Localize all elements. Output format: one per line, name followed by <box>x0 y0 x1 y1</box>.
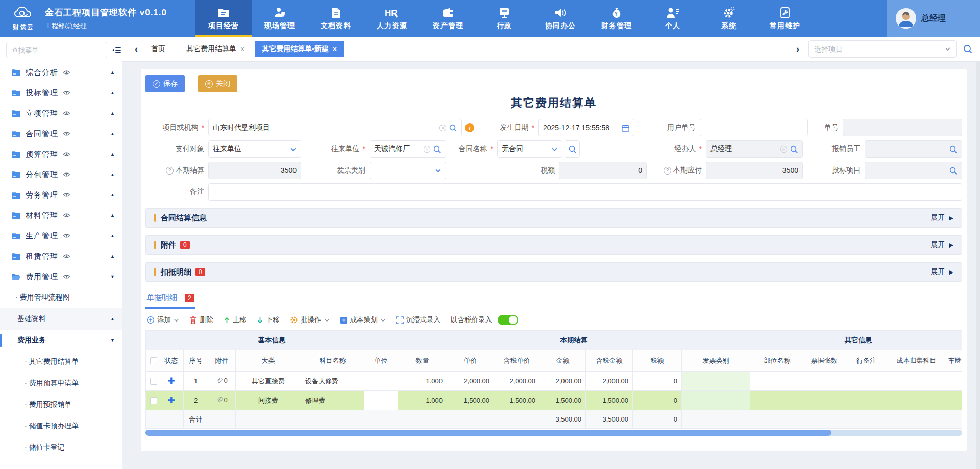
bid-project-input[interactable] <box>869 166 947 175</box>
eye-icon[interactable] <box>63 233 70 239</box>
sidebar-item-material[interactable]: 材料管理▲ <box>0 205 122 226</box>
move-up-button[interactable]: 上移 <box>224 315 247 325</box>
tab-other-expense-new[interactable]: 其它费用结算单-新建× <box>255 41 344 57</box>
nav-item-collab[interactable]: 协同办公 <box>532 0 589 37</box>
cost-plan-button[interactable]: 成本策划 <box>340 315 386 325</box>
cell[interactable]: 0 <box>208 372 236 391</box>
scrollbar-thumb[interactable] <box>145 430 831 436</box>
attachment-indicator[interactable]: 0 <box>216 396 227 404</box>
eye-icon[interactable] <box>63 212 70 218</box>
cell[interactable]: 2,000.00 <box>540 372 586 391</box>
select-all-checkbox[interactable] <box>150 357 157 364</box>
calendar-icon[interactable] <box>621 124 630 132</box>
sidebar-item-expense-flowchart[interactable]: · 费用管理流程图 <box>0 287 122 308</box>
counterparty-input[interactable] <box>374 145 421 153</box>
nav-item-assets[interactable]: 资产管理 <box>420 0 476 37</box>
remark-input[interactable] <box>213 188 958 196</box>
sidebar-item-analysis[interactable]: 综合分析▲ <box>0 62 122 83</box>
tabs-scroll-left-icon[interactable]: ‹ <box>132 44 141 55</box>
cell[interactable]: 2,000.00 <box>447 372 494 391</box>
attachment-indicator[interactable]: 0 <box>216 377 227 384</box>
cell[interactable] <box>750 391 804 410</box>
info-icon[interactable]: i <box>465 123 474 132</box>
cell[interactable]: 1.000 <box>398 391 447 410</box>
cell[interactable]: 0 <box>633 391 682 410</box>
sidebar-item-lease[interactable]: 租赁管理▲ <box>0 246 122 266</box>
nav-item-personal[interactable]: 个人 <box>645 0 701 37</box>
sidebar-item-expense-business[interactable]: 费用业务▼ <box>0 330 122 351</box>
cell[interactable] <box>944 372 962 391</box>
cell[interactable] <box>944 391 962 410</box>
sidebar-item-project-init[interactable]: 立项管理▲ <box>0 103 122 124</box>
cell[interactable]: 1 <box>184 372 208 391</box>
sidebar-item-subcontract[interactable]: 分包管理▲ <box>0 164 122 185</box>
batch-ops-button[interactable]: 批操作 <box>290 315 330 325</box>
add-row-icon[interactable]: ✚ <box>167 376 175 386</box>
project-org-input[interactable] <box>213 124 437 132</box>
expand-button[interactable]: 展开▶ <box>931 267 953 277</box>
cell[interactable] <box>889 391 944 410</box>
eye-icon[interactable] <box>63 192 70 198</box>
cell[interactable]: 1,500.00 <box>447 391 494 410</box>
clear-icon[interactable] <box>423 145 431 153</box>
search-icon[interactable] <box>449 124 457 132</box>
tab-detail-lines[interactable]: 单据明细 2 <box>145 290 195 309</box>
cell[interactable] <box>146 372 159 391</box>
menu-fold-icon[interactable] <box>111 43 121 57</box>
cell[interactable]: 2,000.00 <box>586 372 633 391</box>
cell[interactable] <box>844 372 889 391</box>
section-attachments[interactable]: 附件0展开▶ <box>145 235 962 255</box>
tab-close-icon[interactable]: × <box>240 45 244 53</box>
move-down-button[interactable]: 下移 <box>257 315 280 325</box>
nav-item-hr[interactable]: HR人力资源 <box>364 0 420 37</box>
sidebar-item-production[interactable]: 生产管理▲ <box>0 226 122 246</box>
chevron-down-icon[interactable] <box>435 167 442 174</box>
cell[interactable]: 2,000.00 <box>494 372 540 391</box>
expand-button[interactable]: 展开▶ <box>931 240 953 250</box>
project-select-input[interactable] <box>814 45 941 53</box>
row-checkbox[interactable] <box>150 397 157 404</box>
cell[interactable]: 修理费 <box>301 391 364 410</box>
eye-icon[interactable] <box>63 151 70 157</box>
nav-item-admin[interactable]: 行政 <box>476 0 532 37</box>
reimburse-emp-input[interactable] <box>869 145 947 153</box>
eye-icon[interactable] <box>63 90 70 96</box>
contract-input[interactable] <box>502 145 549 153</box>
cell[interactable] <box>682 391 750 410</box>
cell[interactable]: 间接费 <box>236 391 301 410</box>
search-icon[interactable] <box>790 145 798 154</box>
toggle-switch[interactable] <box>498 315 518 325</box>
cell[interactable]: 0 <box>633 372 682 391</box>
cell[interactable]: 设备大修费 <box>301 372 364 391</box>
search-icon[interactable] <box>963 44 973 54</box>
cell[interactable] <box>682 372 750 391</box>
delete-button[interactable]: 删除 <box>189 315 213 325</box>
section-deduction-detail[interactable]: 扣抵明细0展开▶ <box>145 262 962 282</box>
nav-item-project-mgmt[interactable]: 项目经营 <box>195 0 252 37</box>
doc-no-input[interactable] <box>847 124 958 132</box>
clear-icon[interactable] <box>780 145 788 153</box>
nav-item-system[interactable]: 系统 <box>701 0 757 37</box>
project-select[interactable] <box>808 40 957 58</box>
eye-icon[interactable] <box>63 171 70 178</box>
sidebar-item-other-expense-settlement[interactable]: · 其它费用结算单 <box>0 351 122 373</box>
row-checkbox[interactable] <box>150 378 157 385</box>
horizontal-scrollbar[interactable] <box>145 430 962 436</box>
cell[interactable] <box>804 391 844 410</box>
user-area[interactable]: 总经理 <box>887 0 980 37</box>
cell[interactable] <box>889 372 944 391</box>
tab-close-icon[interactable]: × <box>333 45 337 53</box>
section-contract-settle-info[interactable]: 合同结算信息展开▶ <box>145 208 962 228</box>
add-button[interactable]: 添加 <box>146 315 179 325</box>
current-payable-input[interactable] <box>710 166 798 175</box>
eye-icon[interactable] <box>63 110 70 116</box>
nav-item-finance[interactable]: ¥财务管理 <box>589 0 645 37</box>
search-icon[interactable] <box>949 166 958 175</box>
tab-home[interactable]: 首页 <box>144 41 173 57</box>
sidebar-item-bidding[interactable]: 投标管理▲ <box>0 83 122 103</box>
cell[interactable] <box>844 391 889 410</box>
chevron-down-icon[interactable] <box>551 146 558 153</box>
cell[interactable]: ✚ <box>159 391 184 410</box>
nav-item-documents[interactable]: 文档资料 <box>308 0 364 37</box>
vertical-scrollbar[interactable] <box>976 62 980 469</box>
